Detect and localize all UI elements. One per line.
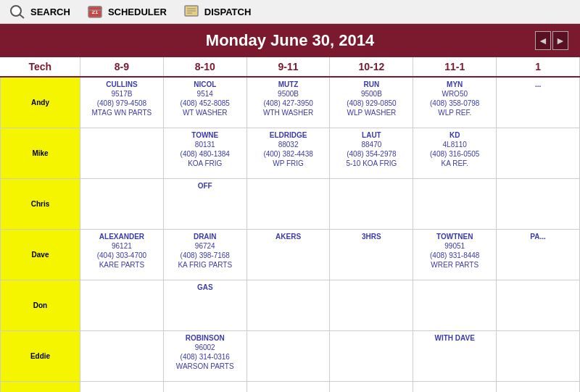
- appt-cell[interactable]: [497, 280, 580, 330]
- appt-cell[interactable]: ELDRIDGE88032(400) 382-4438WP FRIG: [246, 128, 330, 178]
- dispatch-button[interactable]: DISPATCH: [181, 3, 252, 20]
- appt-cell[interactable]: PA...: [497, 229, 580, 280]
- tech-name: Dave: [1, 229, 80, 280]
- toolbar: SEARCH 21 SCHEDULER DISPATCH: [0, 0, 580, 24]
- col-9-11: 9-11: [246, 57, 330, 77]
- appt-cell[interactable]: ALEXANDER96121(404) 303-4700KARE PARTS: [80, 229, 164, 280]
- appt-cell[interactable]: WITH DAVE: [413, 330, 497, 381]
- header-date: Monday June 30, 2014: [206, 31, 374, 49]
- search-icon: [7, 3, 28, 20]
- appt-cell[interactable]: [330, 280, 413, 330]
- col-8-9: 8-9: [80, 57, 164, 77]
- prev-arrow[interactable]: ◄: [535, 31, 551, 50]
- col-tech: Tech: [1, 57, 80, 77]
- appt-cell[interactable]: GAS: [163, 280, 246, 330]
- tech-name: Don: [1, 280, 80, 330]
- tech-name: Chris: [1, 178, 80, 229]
- tech-name: Eddie: [1, 330, 80, 381]
- svg-point-0: [11, 6, 21, 16]
- appt-cell[interactable]: RUN9500B(408) 929-0850WLP WASHER: [330, 77, 413, 128]
- tech-name: Fabian: [1, 381, 80, 392]
- tech-name: Mike: [1, 128, 80, 178]
- appt-cell[interactable]: [163, 381, 246, 392]
- table-row: ChrisOFF: [1, 178, 580, 229]
- appt-cell[interactable]: DRAIN96724(408) 398-7168KA FRIG PARTS: [163, 229, 246, 280]
- appt-cell[interactable]: OFF: [163, 178, 246, 229]
- table-row: MikeTOWNE80131(408) 480-1384KOA FRIGELDR…: [1, 128, 580, 178]
- appt-cell[interactable]: [330, 381, 413, 392]
- appt-cell[interactable]: [330, 178, 413, 229]
- table-row: DonGAS: [1, 280, 580, 330]
- appt-cell[interactable]: [246, 330, 330, 381]
- search-label: SEARCH: [30, 7, 70, 17]
- next-arrow[interactable]: ►: [552, 31, 568, 50]
- table-row: DaveALEXANDER96121(404) 303-4700KARE PAR…: [1, 229, 580, 280]
- table-row: AndyCULLINS9517B(408) 979-4508MTAG WN PA…: [1, 77, 580, 128]
- appt-cell[interactable]: AKERS: [246, 229, 330, 280]
- appt-cell[interactable]: NICOL9514(408) 452-8085WT WASHER: [163, 77, 246, 128]
- svg-line-1: [20, 14, 24, 18]
- dispatch-label: DISPATCH: [204, 7, 252, 17]
- appt-cell[interactable]: CULLINS9517B(408) 979-4508MTAG WN PARTS: [80, 77, 164, 128]
- col-11-1: 11-1: [413, 57, 497, 77]
- svg-rect-4: [88, 7, 102, 10]
- appt-cell[interactable]: TOWTNEN99051(408) 931-8448WRER PARTS: [413, 229, 497, 280]
- appt-cell[interactable]: [330, 330, 413, 381]
- appt-cell[interactable]: TOWNE80131(408) 480-1384KOA FRIG: [163, 128, 246, 178]
- appt-cell[interactable]: [246, 381, 330, 392]
- dispatch-icon: [181, 3, 202, 20]
- appt-cell[interactable]: [497, 178, 580, 229]
- appt-cell[interactable]: [246, 178, 330, 229]
- appt-cell[interactable]: [497, 330, 580, 381]
- scheduler-icon: 21: [85, 3, 105, 20]
- appt-cell[interactable]: [80, 381, 164, 392]
- appt-cell[interactable]: LAUT88470(408) 354-29785-10 KOA FRIG: [330, 128, 413, 178]
- appt-cell[interactable]: [80, 128, 164, 178]
- appt-cell[interactable]: [413, 280, 497, 330]
- col-8-10: 8-10: [163, 57, 246, 77]
- table-row: EddieROBINSON96002(408) 314-0316WARSON P…: [1, 330, 580, 381]
- scheduler-button[interactable]: 21 SCHEDULER: [85, 3, 167, 20]
- appt-cell[interactable]: ROBINSON96002(408) 314-0316WARSON PARTS: [163, 330, 246, 381]
- tech-name: Andy: [1, 77, 80, 128]
- col-1: 1: [497, 57, 580, 77]
- schedule-table: Tech 8-9 8-10 9-11 10-12 11-1 1 AndyCULL…: [0, 57, 580, 392]
- appt-cell[interactable]: [80, 330, 164, 381]
- scheduler-label: SCHEDULER: [108, 7, 167, 17]
- appt-cell[interactable]: [497, 381, 580, 392]
- appt-cell[interactable]: MYNWRO50(408) 358-0798WLP REF.: [413, 77, 497, 128]
- appt-cell[interactable]: [246, 280, 330, 330]
- date-header: Monday June 30, 2014 ◄ ►: [0, 24, 580, 57]
- col-10-12: 10-12: [330, 57, 413, 77]
- appt-cell[interactable]: [413, 178, 497, 229]
- appt-cell[interactable]: MUTZ9500B(408) 427-3950WTH WASHER: [246, 77, 330, 128]
- appt-cell[interactable]: [413, 381, 497, 392]
- column-headers: Tech 8-9 8-10 9-11 10-12 11-1 1: [1, 57, 580, 77]
- search-button[interactable]: SEARCH: [7, 3, 70, 20]
- appt-cell[interactable]: 3HRS: [330, 229, 413, 280]
- appt-cell[interactable]: [497, 128, 580, 178]
- appt-cell[interactable]: [80, 178, 164, 229]
- appt-cell[interactable]: ...: [497, 77, 580, 128]
- appt-cell[interactable]: KD4L8110(408) 316-0505KA REF.: [413, 128, 497, 178]
- table-row: Fabian: [1, 381, 580, 392]
- nav-arrows: ◄ ►: [535, 31, 568, 50]
- appt-cell[interactable]: [80, 280, 164, 330]
